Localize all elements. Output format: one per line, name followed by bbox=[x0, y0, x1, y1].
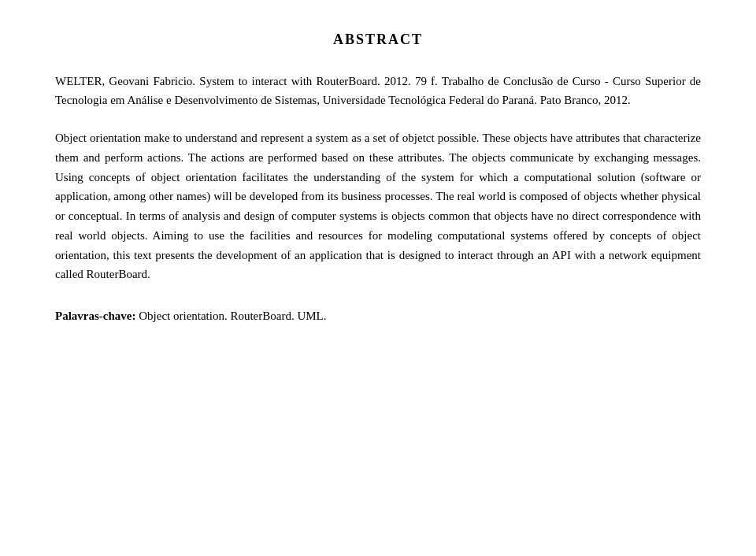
abstract-title: ABSTRACT bbox=[55, 32, 701, 48]
citation-text: WELTER, Geovani Fabricio. System to inte… bbox=[55, 72, 701, 109]
page-container: ABSTRACT WELTER, Geovani Fabricio. Syste… bbox=[39, 0, 717, 357]
body-text: Object orientation make to understand an… bbox=[55, 128, 701, 284]
keywords-line: Palavras-chave: Object orientation. Rout… bbox=[55, 306, 701, 325]
keywords-label: Palavras-chave: bbox=[55, 310, 135, 322]
keywords-values: Object orientation. RouterBoard. UML. bbox=[135, 310, 326, 322]
